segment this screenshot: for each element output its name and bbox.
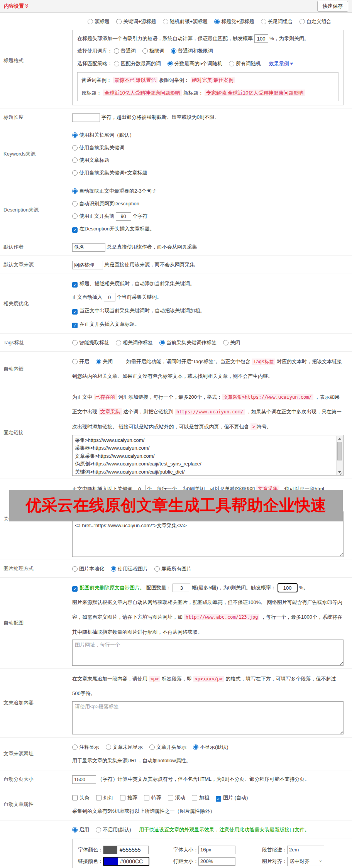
radio-option[interactable]: 注释显示 xyxy=(72,744,99,750)
checkbox-option[interactable]: 滚动 xyxy=(168,795,185,800)
checkbox-option[interactable]: 特荐 xyxy=(144,795,161,800)
radio-option[interactable]: 图片本地化 xyxy=(72,566,104,572)
desc-option-2[interactable]: 自动识别原网页Description xyxy=(72,198,344,210)
crosshair-icon[interactable]: + xyxy=(142,865,148,868)
radio-control[interactable] xyxy=(72,132,78,138)
scroll-up-icon[interactable] xyxy=(337,436,343,442)
radio-control[interactable] xyxy=(154,566,160,572)
radio-option[interactable]: 文章开头显示 xyxy=(149,744,186,750)
insert-count-input[interactable] xyxy=(104,293,115,301)
radio-control[interactable] xyxy=(168,61,173,66)
relevance-line-4[interactable]: 在正文开头插入文章标题。 xyxy=(72,317,344,331)
checkbox-control[interactable] xyxy=(120,795,125,800)
image-count-input[interactable] xyxy=(173,584,190,592)
indent-input[interactable] xyxy=(287,846,324,854)
radio-control[interactable] xyxy=(111,566,116,572)
checkbox-control[interactable] xyxy=(192,795,197,800)
radio-control[interactable] xyxy=(96,827,101,832)
image-prob-input[interactable] xyxy=(278,583,298,592)
radio-control[interactable] xyxy=(159,340,165,345)
checkbox-control[interactable] xyxy=(72,586,78,592)
checkbox-option[interactable]: 加粗 xyxy=(192,795,209,800)
radio-option[interactable]: 使用相关长尾词（默认） xyxy=(72,129,344,142)
font-color-value[interactable]: #555555 xyxy=(117,847,148,853)
radio-option[interactable]: 极限词 xyxy=(142,48,164,54)
page-title[interactable]: 内容设置≫ xyxy=(4,3,29,10)
radio-option[interactable]: 不启用(默认) xyxy=(96,827,131,832)
radio-option[interactable]: 所有词随机 xyxy=(229,61,261,66)
radio-option[interactable]: 使用当前采集关键词+文章标题 xyxy=(72,167,344,179)
radio-control[interactable] xyxy=(72,188,78,194)
radio-control[interactable] xyxy=(72,340,78,345)
scrollbar[interactable] xyxy=(336,436,343,475)
image-url-textarea[interactable] xyxy=(72,640,344,666)
font-color-swatch[interactable] xyxy=(103,846,117,854)
radio-control[interactable] xyxy=(171,48,176,54)
scrollbar-thumb[interactable] xyxy=(337,442,342,460)
radio-option[interactable]: 普通词 xyxy=(114,48,136,54)
checkbox-control[interactable] xyxy=(72,323,78,328)
radio-control[interactable] xyxy=(261,19,266,24)
checkbox-control[interactable] xyxy=(72,309,78,315)
radio-control[interactable] xyxy=(72,213,78,219)
radio-option[interactable]: 标题党+源标题 xyxy=(214,19,254,24)
radio-control[interactable] xyxy=(229,61,234,66)
checkbox-control[interactable] xyxy=(96,795,102,800)
radio-option[interactable]: 智能提取标签 xyxy=(72,340,109,345)
link-color-swatch[interactable] xyxy=(104,858,118,865)
radio-option[interactable]: 使用远程图片 xyxy=(111,566,148,572)
checkbox-option[interactable]: 头条 xyxy=(72,795,90,800)
radio-control[interactable] xyxy=(163,19,168,24)
checkbox-control[interactable] xyxy=(216,796,221,802)
desc-option-4[interactable]: 在Description开头插入文章标题。 xyxy=(72,223,344,235)
font-size-input[interactable] xyxy=(198,846,235,854)
radio-control[interactable] xyxy=(72,827,78,832)
radio-control[interactable] xyxy=(114,48,119,54)
checkbox-control[interactable] xyxy=(72,227,78,233)
radio-option[interactable]: 源标题 xyxy=(88,19,110,24)
radio-control[interactable] xyxy=(116,19,122,24)
relevance-line-1[interactable]: 标题、描述相关度低时，自动添加当前采集关键词。 xyxy=(72,277,344,290)
radio-control[interactable] xyxy=(72,359,78,364)
fixed-link-textarea[interactable]: 采集>https://www.ucaiyun.com/ 采集器>https://… xyxy=(72,435,344,476)
radio-control[interactable] xyxy=(193,744,198,750)
append-textarea[interactable] xyxy=(72,701,344,734)
radio-control[interactable] xyxy=(223,340,228,345)
radio-control[interactable] xyxy=(116,340,121,345)
radio-option[interactable]: 关闭 xyxy=(223,340,240,345)
radio-option[interactable]: 相关词作标签 xyxy=(116,340,153,345)
desc-option-1[interactable]: 自动提取正文中最重要的2-3个句子 xyxy=(72,185,344,198)
checkbox-control[interactable] xyxy=(168,795,173,800)
radio-option[interactable]: 自定义组合 xyxy=(300,19,332,24)
radio-control[interactable] xyxy=(149,744,155,750)
radio-option[interactable]: 匹配分数最高的词 xyxy=(114,61,161,66)
img-align-select[interactable]: 居中对齐 ∨ xyxy=(287,857,324,866)
font-color-control[interactable]: #555555 xyxy=(103,846,149,854)
trigger-prob-input[interactable] xyxy=(254,34,268,43)
radio-option[interactable]: 随机前缀+源标题 xyxy=(163,19,208,24)
paging-size-input[interactable] xyxy=(72,775,96,784)
radio-control[interactable] xyxy=(114,61,119,66)
radio-option[interactable]: 长尾词组合 xyxy=(261,19,293,24)
radio-control[interactable] xyxy=(88,19,93,24)
checkbox-control[interactable] xyxy=(72,795,78,800)
title-length-input[interactable] xyxy=(72,113,100,122)
radio-control[interactable] xyxy=(142,48,148,54)
radio-option[interactable]: 当前采集关键词作标签 xyxy=(159,340,217,345)
radio-control[interactable] xyxy=(72,157,78,163)
radio-control[interactable] xyxy=(72,170,78,176)
radio-control[interactable] xyxy=(72,566,78,572)
quick-save-button[interactable]: 快速保存 xyxy=(317,1,348,12)
checkbox-option[interactable]: 幻灯 xyxy=(96,795,113,800)
radio-control[interactable] xyxy=(72,145,78,151)
radio-option[interactable]: 普通词和极限词 xyxy=(171,48,213,54)
radio-option[interactable]: 屏蔽所有图片 xyxy=(154,566,191,572)
radio-control[interactable] xyxy=(106,744,111,750)
line-height-input[interactable] xyxy=(198,857,235,866)
checkbox-option[interactable]: 图片 (自动) xyxy=(216,795,248,800)
effect-example-link[interactable]: 效果示例≫ xyxy=(269,61,293,66)
checkbox-control[interactable] xyxy=(144,795,149,800)
default-source-input[interactable] xyxy=(72,261,103,269)
desc-chars-input[interactable] xyxy=(116,212,131,221)
checkbox-control[interactable] xyxy=(72,282,78,288)
